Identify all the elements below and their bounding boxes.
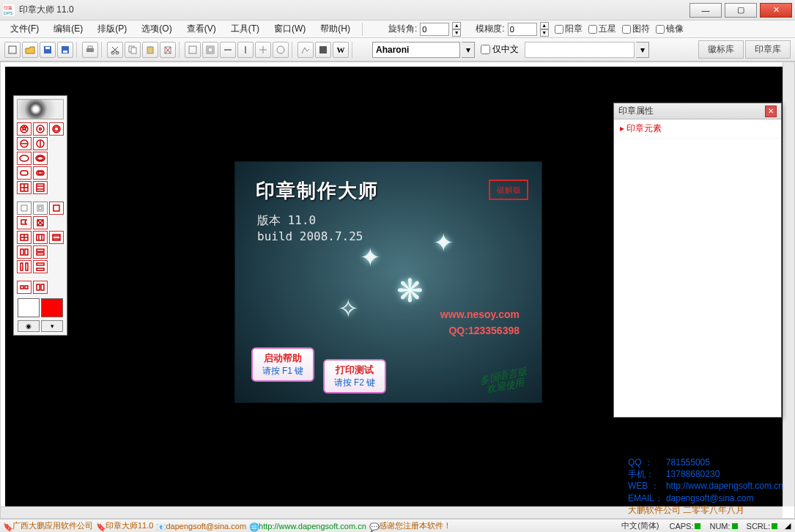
splash-help-button[interactable]: 启动帮助 请按 F1 键 (251, 347, 314, 382)
shape-flag[interactable] (17, 216, 32, 229)
shape-row-b[interactable] (33, 281, 48, 294)
save-button[interactable] (40, 42, 56, 58)
maximize-button[interactable]: ▢ (725, 3, 757, 18)
open-button[interactable] (22, 42, 38, 58)
tool-b[interactable] (202, 42, 218, 58)
shape-row-a[interactable] (17, 281, 32, 294)
palette-mini-b[interactable]: ▾ (41, 320, 63, 332)
menu-help[interactable]: 帮助(H) (314, 21, 356, 37)
shape-table-b[interactable] (33, 231, 48, 244)
rotate-label: 旋转角: (388, 23, 417, 35)
paste-button[interactable] (142, 42, 158, 58)
shape-grid-b[interactable] (33, 181, 48, 194)
properties-section[interactable]: 印章元素 (614, 119, 781, 138)
tool-e[interactable] (255, 42, 271, 58)
status-scrl: SCRL: (744, 522, 780, 531)
preview-box[interactable] (525, 42, 635, 58)
tool-c[interactable] (220, 42, 236, 58)
bg-color-swatch[interactable] (18, 298, 40, 317)
status-register[interactable]: 💬感谢您注册本软件！ (369, 520, 451, 531)
shape-grid[interactable] (17, 181, 32, 194)
menu-file[interactable]: 文件(F) (4, 21, 45, 37)
check-yang[interactable]: 阳章 (555, 23, 583, 35)
shape-circle-star[interactable] (17, 122, 32, 136)
tool-h[interactable] (315, 42, 331, 58)
font-select[interactable]: Aharoni (372, 42, 460, 58)
svg-rect-39 (21, 205, 27, 211)
shape-ring-a[interactable] (17, 137, 32, 150)
shape-ellipse-b[interactable] (33, 152, 48, 165)
font-dropdown-icon[interactable]: ▾ (462, 42, 475, 58)
menu-tools[interactable]: 工具(T) (225, 21, 265, 37)
menu-edit[interactable]: 编辑(E) (48, 21, 89, 37)
rotate-down[interactable]: ▼ (452, 29, 461, 37)
menu-options[interactable]: 选项(O) (136, 21, 177, 37)
blur-input[interactable] (508, 23, 537, 36)
copy-button[interactable] (125, 42, 141, 58)
menu-window[interactable]: 窗口(W) (268, 21, 311, 37)
menu-layout[interactable]: 排版(P) (92, 21, 133, 37)
shape-square-c[interactable] (49, 202, 64, 215)
menu-view[interactable]: 查看(V) (181, 21, 222, 37)
preview-dropdown-icon[interactable]: ▾ (636, 42, 649, 58)
resize-grip-icon[interactable]: ◢ (783, 521, 792, 531)
shape-table-c[interactable] (49, 231, 64, 244)
check-symbol[interactable]: 图符 (622, 23, 650, 35)
delete-button[interactable] (160, 42, 176, 58)
shape-col-b[interactable] (33, 260, 48, 273)
check-star[interactable]: 五星 (588, 23, 616, 35)
tool-palette[interactable]: ◉ ▾ (13, 95, 67, 336)
rotate-input[interactable] (420, 23, 449, 36)
svg-rect-20 (224, 49, 232, 51)
check-mirror[interactable]: 镜像 (656, 23, 684, 35)
svg-rect-48 (37, 249, 44, 251)
splash-print-test-button[interactable]: 打印测试 请按 F2 键 (323, 359, 386, 394)
status-url[interactable]: 🌐http://www.dapengsoft.com.cn (249, 522, 366, 531)
new-button[interactable] (4, 42, 21, 58)
svg-rect-54 (21, 286, 23, 289)
tab-logo-library[interactable]: 徽标库 (698, 40, 744, 59)
minimize-button[interactable]: — (689, 3, 722, 18)
shape-col-a[interactable] (17, 260, 32, 273)
shape-flag-b[interactable] (33, 216, 48, 229)
tool-a[interactable] (185, 42, 201, 58)
close-button[interactable]: ✕ (760, 3, 792, 18)
status-ime[interactable]: 中文(简体) (621, 520, 659, 531)
shape-table-a[interactable] (17, 231, 32, 244)
shape-square[interactable] (17, 202, 32, 215)
palette-mini-a[interactable]: ◉ (18, 320, 40, 332)
tool-w[interactable]: W (333, 42, 349, 58)
svg-rect-9 (88, 46, 92, 48)
shape-circle-dot[interactable] (33, 122, 48, 136)
toolbar: W Aharoni ▾ 仅中文 ▾ 徽标库 印章库 (0, 38, 795, 62)
cut-button[interactable] (107, 42, 123, 58)
properties-panel[interactable]: 印章属性 ✕ 印章元素 (613, 103, 782, 418)
shape-square-b[interactable] (33, 202, 48, 215)
shape-ellipse-a[interactable] (17, 152, 32, 165)
tab-stamp-library[interactable]: 印章库 (745, 40, 791, 59)
shape-round-rect-a[interactable] (17, 166, 32, 180)
rotate-up[interactable]: ▲ (452, 22, 461, 29)
shape-ring-b[interactable] (33, 137, 48, 150)
contact-web[interactable]: http://www.dapengsoft.com.cn (666, 481, 783, 491)
status-company[interactable]: 🔖广西大鹏应用软件公司 (3, 520, 93, 531)
contact-email[interactable]: dapengsoft@sina.com (666, 493, 754, 503)
properties-close-icon[interactable]: ✕ (765, 106, 777, 117)
status-email[interactable]: 📧dapengsoft@sina.com (156, 522, 246, 531)
print-button[interactable] (82, 42, 98, 58)
fg-color-swatch[interactable] (41, 298, 63, 317)
shape-split-b[interactable] (33, 245, 48, 259)
shape-round-rect-b[interactable] (33, 166, 48, 180)
shape-double-circle[interactable] (49, 122, 64, 136)
svg-rect-34 (21, 171, 28, 175)
status-product[interactable]: 🔖印章大师11.0 (96, 520, 153, 531)
vertical-scrollbar[interactable] (783, 62, 794, 506)
blur-down[interactable]: ▼ (540, 29, 549, 37)
shape-split-a[interactable] (17, 245, 32, 259)
tool-f[interactable] (273, 42, 289, 58)
saveas-button[interactable] (57, 42, 73, 58)
only-chinese-check[interactable]: 仅中文 (481, 43, 519, 56)
blur-up[interactable]: ▲ (540, 22, 549, 29)
tool-d[interactable] (237, 42, 254, 58)
tool-g[interactable] (297, 42, 314, 58)
